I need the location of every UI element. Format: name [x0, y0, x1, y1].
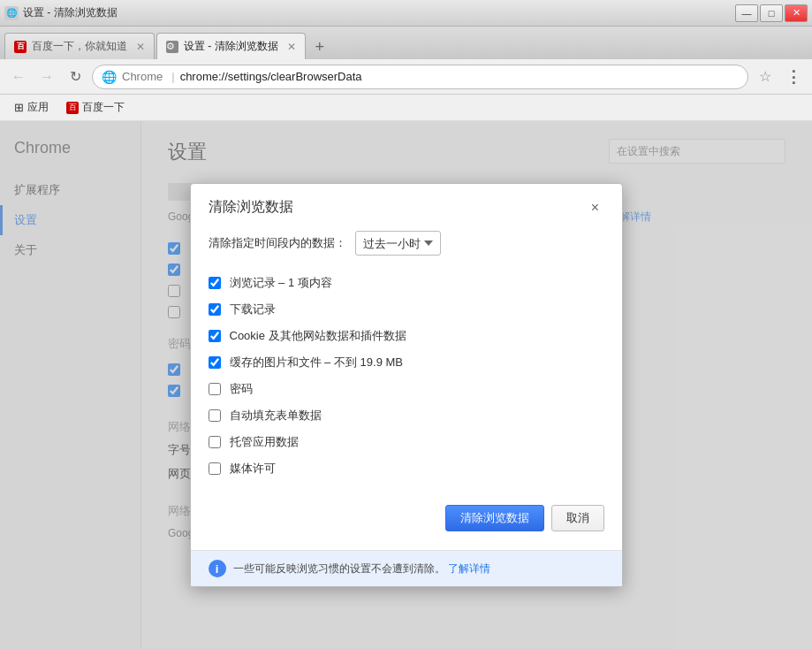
checkbox-cache: 缓存的图片和文件 – 不到 19.9 MB	[209, 349, 604, 376]
checkbox-downloads: 下载记录	[209, 296, 604, 323]
maximize-button[interactable]: □	[760, 4, 783, 22]
refresh-button[interactable]: ↻	[64, 65, 87, 88]
passwords-label: 密码	[230, 381, 253, 397]
content-area: Chrome 扩展程序 设置 关于 设置 Google Chrome 浏览器可能…	[0, 121, 812, 649]
baidu-tab-label: 百度一下，你就知道	[32, 39, 127, 54]
bookmark-star[interactable]: ☆	[754, 65, 777, 88]
tab-settings[interactable]: ⚙ 设置 - 清除浏览数据 ✕	[156, 33, 306, 59]
chrome-menu-button[interactable]: ⋮	[782, 65, 805, 88]
omnibox[interactable]: 🌐 Chrome | chrome://settings/clearBrowse…	[92, 65, 748, 89]
time-range-label: 清除指定时间段内的数据：	[209, 235, 346, 251]
baidu-bookmark-icon: 百	[66, 102, 79, 114]
tab-bar: 百 百度一下，你就知道 ✕ ⚙ 设置 - 清除浏览数据 ✕ +	[0, 27, 812, 59]
time-range-select[interactable]: 过去一小时 过去一天 过去一周 过去四周 所有时间	[355, 231, 441, 256]
info-message: 一些可能反映浏览习惯的设置不会遭到清除。 了解详情	[233, 561, 490, 576]
cancel-button[interactable]: 取消	[551, 505, 604, 531]
baidu-label: 百度一下	[82, 100, 125, 115]
chrome-app-icon: 🌐	[4, 6, 19, 20]
url-separator: |	[171, 70, 174, 83]
info-icon: i	[209, 560, 226, 577]
downloads-checkbox[interactable]	[209, 303, 221, 316]
dialog-body: 清除指定时间段内的数据： 过去一小时 过去一天 过去一周 过去四周 所有时间 浏…	[191, 224, 622, 496]
bookmark-baidu[interactable]: 百 百度一下	[59, 97, 132, 118]
settings-favicon: ⚙	[166, 41, 178, 53]
dialog-header: 清除浏览数据 ×	[191, 184, 622, 224]
history-label: 浏览记录 – 1 项内容	[230, 275, 332, 291]
clear-data-button[interactable]: 清除浏览数据	[445, 505, 544, 531]
url-text: chrome://settings/clearBrowserData	[180, 70, 362, 83]
apps-icon: ⊞	[14, 101, 24, 114]
address-bar: ← → ↻ 🌐 Chrome | chrome://settings/clear…	[0, 59, 812, 95]
checkbox-media: 媒体许可	[209, 455, 604, 482]
checkbox-autofill: 自动填充表单数据	[209, 402, 604, 429]
bookmarks-bar: ⊞ 应用 百 百度一下	[0, 95, 812, 121]
checkbox-cookies: Cookie 及其他网站数据和插件数据	[209, 323, 604, 349]
settings-tab-label: 设置 - 清除浏览数据	[184, 39, 278, 54]
checkbox-history: 浏览记录 – 1 项内容	[209, 270, 604, 296]
cache-checkbox[interactable]	[209, 356, 221, 369]
dialog-info-bar: i 一些可能反映浏览习惯的设置不会遭到清除。 了解详情	[191, 550, 622, 586]
chrome-brand: Chrome	[122, 70, 163, 83]
autofill-checkbox[interactable]	[209, 409, 221, 422]
dialog-footer: 清除浏览数据 取消	[191, 496, 622, 546]
title-bar-left: 🌐 设置 - 清除浏览数据	[4, 5, 118, 20]
back-button[interactable]: ←	[7, 65, 30, 88]
checkbox-hosted: 托管应用数据	[209, 429, 604, 455]
autofill-label: 自动填充表单数据	[230, 408, 322, 424]
title-bar: 🌐 设置 - 清除浏览数据 — □ ✕	[0, 0, 812, 27]
dialog-close-button[interactable]: ×	[587, 199, 604, 217]
bookmark-apps[interactable]: ⊞ 应用	[7, 97, 56, 118]
media-label: 媒体许可	[230, 461, 276, 477]
hosted-label: 托管应用数据	[230, 434, 299, 450]
cookies-label: Cookie 及其他网站数据和插件数据	[230, 328, 406, 344]
tab-baidu[interactable]: 百 百度一下，你就知道 ✕	[4, 33, 155, 59]
settings-tab-close[interactable]: ✕	[287, 41, 296, 53]
minimize-button[interactable]: —	[735, 4, 758, 22]
new-tab-button[interactable]: +	[307, 34, 332, 59]
downloads-label: 下载记录	[230, 302, 276, 317]
cookies-checkbox[interactable]	[209, 330, 221, 342]
baidu-tab-close[interactable]: ✕	[136, 41, 145, 53]
info-learn-more-link[interactable]: 了解详情	[448, 562, 490, 575]
window-controls: — □ ✕	[735, 4, 808, 22]
title-bar-text: 设置 - 清除浏览数据	[23, 5, 118, 20]
forward-button[interactable]: →	[35, 65, 58, 88]
checkbox-passwords: 密码	[209, 376, 604, 402]
hosted-checkbox[interactable]	[209, 436, 221, 448]
baidu-favicon: 百	[14, 41, 27, 53]
time-range-row: 清除指定时间段内的数据： 过去一小时 过去一天 过去一周 过去四周 所有时间	[209, 231, 604, 256]
apps-label: 应用	[27, 100, 49, 115]
cache-label: 缓存的图片和文件 – 不到 19.9 MB	[230, 355, 403, 370]
dialog-title: 清除浏览数据	[209, 198, 293, 217]
dialog-overlay: 清除浏览数据 × 清除指定时间段内的数据： 过去一小时 过去一天 过去一周 过去…	[0, 121, 812, 649]
history-checkbox[interactable]	[209, 277, 221, 289]
site-icon: 🌐	[102, 70, 117, 84]
clear-browser-data-dialog: 清除浏览数据 × 清除指定时间段内的数据： 过去一小时 过去一天 过去一周 过去…	[190, 183, 623, 587]
passwords-checkbox[interactable]	[209, 383, 221, 395]
media-checkbox[interactable]	[209, 462, 221, 475]
close-button[interactable]: ✕	[785, 4, 808, 22]
